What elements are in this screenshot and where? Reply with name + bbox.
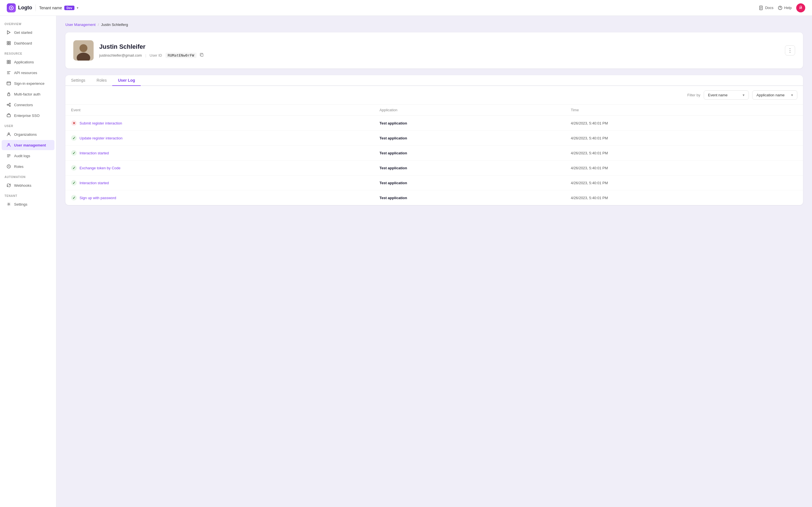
sidebar-item-mfa[interactable]: Multi-factor auth: [2, 89, 54, 99]
log-table: Event Application Time ✕ Submit register…: [65, 105, 803, 205]
svg-point-25: [8, 133, 10, 134]
event-link-2[interactable]: Interaction started: [80, 151, 109, 155]
event-cell-2: ✓ Interaction started: [65, 146, 374, 161]
time-cell-1: 4/26/2023, 5:40:01 PM: [565, 131, 803, 146]
svg-point-0: [11, 7, 12, 8]
sidebar-item-label: Organizations: [14, 132, 37, 136]
sidebar-item-webhooks[interactable]: Webhooks: [2, 180, 54, 190]
user-avatar[interactable]: Й: [796, 3, 805, 12]
sidebar-item-label: User management: [14, 143, 46, 147]
sidebar-section-resource: RESOURCE: [0, 49, 56, 56]
copy-user-id-button[interactable]: [200, 53, 204, 58]
sidebar-item-roles[interactable]: Roles: [2, 161, 54, 172]
profile-email: justinschleifer@gmail.com: [99, 53, 142, 57]
app-name-filter[interactable]: Application name ▾: [752, 91, 797, 100]
sidebar-item-applications[interactable]: Applications: [2, 57, 54, 67]
time-val-4: 4/26/2023, 5:40:01 PM: [571, 181, 608, 185]
table-row: ✓ Interaction started Test application 4…: [65, 175, 803, 190]
table-row: ✓ Exchange token by Code Test applicatio…: [65, 161, 803, 175]
help-button[interactable]: Help: [778, 6, 792, 10]
connectors-icon: [6, 102, 11, 107]
docs-label: Docs: [765, 6, 774, 10]
app-cell-2: Test application: [374, 146, 565, 161]
sidebar-item-audit-logs[interactable]: Audit logs: [2, 151, 54, 161]
svg-point-20: [9, 103, 10, 104]
tenant-area[interactable]: Tenant name Dev ▾: [39, 6, 79, 10]
app-cell-4: Test application: [374, 175, 565, 190]
tab-roles[interactable]: Roles: [91, 75, 112, 86]
profile-card: Justin Schleifer justinschleifer@gmail.c…: [65, 33, 803, 68]
help-label: Help: [784, 6, 792, 10]
tabs: Settings Roles User Log: [65, 75, 803, 86]
sidebar-item-get-started[interactable]: Get started: [2, 27, 54, 38]
sidebar-item-label: Applications: [14, 60, 34, 64]
event-cell-1: ✓ Update register interaction: [65, 131, 374, 146]
tab-settings[interactable]: Settings: [65, 75, 91, 86]
sidebar-item-label: Roles: [14, 165, 23, 169]
logo-text: Logto: [18, 5, 32, 11]
svg-rect-15: [9, 62, 10, 64]
event-cell-3: ✓ Exchange token by Code: [65, 161, 374, 175]
sidebar-section-overview: OVERVIEW: [0, 19, 56, 27]
time-cell-2: 4/26/2023, 5:40:01 PM: [565, 146, 803, 161]
sidebar-item-api-resources[interactable]: API resources: [2, 68, 54, 78]
time-cell-0: 4/26/2023, 5:40:01 PM: [565, 116, 803, 131]
time-val-1: 4/26/2023, 5:40:01 PM: [571, 136, 608, 140]
app-name-0: Test application: [379, 121, 407, 125]
profile-meta: justinschleifer@gmail.com | User ID RUMa…: [99, 53, 204, 58]
app-name-2: Test application: [379, 151, 407, 155]
sidebar: OVERVIEW Get started Dashboard RESOURCE …: [0, 16, 56, 507]
tab-user-log[interactable]: User Log: [112, 75, 141, 86]
svg-point-6: [780, 8, 780, 9]
event-link-0[interactable]: Submit register interaction: [80, 121, 122, 125]
tenant-chevron-icon[interactable]: ▾: [77, 6, 79, 10]
time-val-3: 4/26/2023, 5:40:01 PM: [571, 166, 608, 170]
logo-area: Logto: [7, 3, 32, 12]
app-name-1: Test application: [379, 136, 407, 140]
user-id-label: User ID: [150, 53, 162, 57]
meta-separator: |: [145, 53, 146, 57]
status-icon-1: ✓: [71, 135, 77, 141]
time-cell-4: 4/26/2023, 5:40:01 PM: [565, 175, 803, 190]
profile-name: Justin Schleifer: [99, 43, 204, 50]
sidebar-item-settings[interactable]: Settings: [2, 199, 54, 209]
event-link-5[interactable]: Sign up with password: [80, 196, 116, 200]
app-name-5: Test application: [379, 196, 407, 200]
svg-rect-24: [7, 115, 10, 117]
event-link-1[interactable]: Update register interaction: [80, 136, 122, 140]
sidebar-item-label: Multi-factor auth: [14, 92, 40, 96]
sidebar-item-enterprise-sso[interactable]: Enterprise SSO: [2, 110, 54, 121]
breadcrumb: User Management / Justin Schleiferg: [65, 22, 803, 27]
docs-button[interactable]: Docs: [759, 6, 774, 10]
more-options-button[interactable]: ⋮: [785, 45, 795, 55]
event-link-4[interactable]: Interaction started: [80, 181, 109, 185]
event-name-filter[interactable]: Event name ▾: [704, 91, 749, 100]
time-val-2: 4/26/2023, 5:40:01 PM: [571, 151, 608, 155]
svg-rect-37: [201, 54, 203, 56]
avatar-image: [73, 40, 94, 61]
sidebar-item-label: Dashboard: [14, 41, 32, 45]
app-name-filter-label: Application name: [756, 93, 784, 97]
topbar-left: Logto Tenant name Dev ▾: [7, 3, 79, 12]
sidebar-item-connectors[interactable]: Connectors: [2, 100, 54, 110]
status-icon-5: ✓: [71, 195, 77, 201]
mfa-icon: [6, 92, 11, 97]
app-cell-1: Test application: [374, 131, 565, 146]
app-name-4: Test application: [379, 181, 407, 185]
breadcrumb-parent-link[interactable]: User Management: [65, 22, 96, 27]
svg-rect-10: [7, 43, 8, 45]
log-card: Settings Roles User Log Filter by Event …: [65, 75, 803, 205]
audit-logs-icon: [6, 153, 11, 158]
sidebar-item-organizations[interactable]: Organizations: [2, 129, 54, 139]
sidebar-item-sign-in-experience[interactable]: Sign-in experience: [2, 78, 54, 89]
svg-rect-11: [9, 43, 10, 45]
event-cell-0: ✕ Submit register interaction: [65, 116, 374, 131]
topbar-divider: [36, 4, 36, 11]
organizations-icon: [6, 132, 11, 137]
sidebar-item-user-management[interactable]: User management: [2, 140, 54, 150]
sidebar-item-label: API resources: [14, 71, 37, 75]
event-link-3[interactable]: Exchange token by Code: [80, 166, 120, 170]
profile-avatar: [73, 40, 94, 61]
svg-marker-7: [7, 31, 10, 34]
sidebar-item-dashboard[interactable]: Dashboard: [2, 38, 54, 48]
